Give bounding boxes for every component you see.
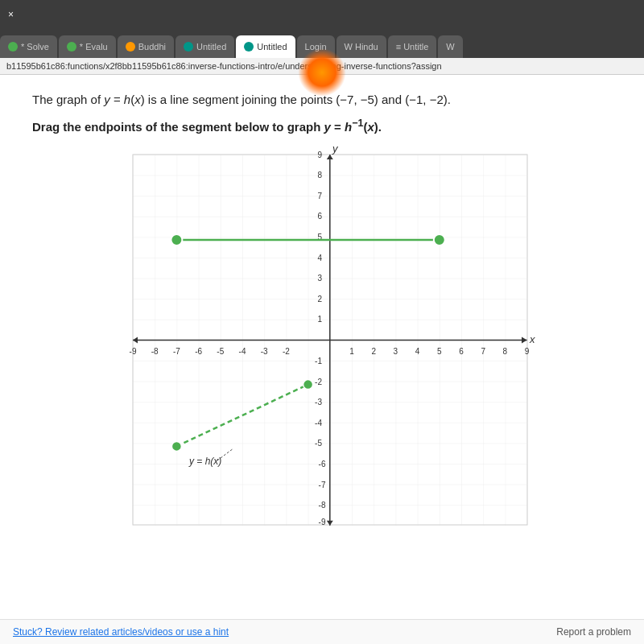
original-label: y = h(x) — [188, 456, 221, 467]
svg-text:3: 3 — [317, 274, 322, 283]
svg-text:-3: -3 — [261, 347, 268, 356]
graph-container: x y -9 -8 -7 -6 -5 -4 -3 -2 1 2 3 4 5 6 … — [109, 147, 543, 549]
tab-hindu[interactable]: W Hindu — [336, 35, 386, 58]
problem-description: The graph of y = h(x) is a line segment … — [32, 91, 620, 109]
svg-text:-6: -6 — [195, 347, 202, 356]
svg-text:2: 2 — [371, 347, 376, 356]
hint-text[interactable]: Stuck? Review related articles/videos or… — [13, 626, 229, 638]
tab-icon-buddhi — [126, 42, 135, 52]
svg-text:2: 2 — [317, 294, 322, 303]
tab-solve[interactable]: * Solve — [0, 35, 57, 58]
tab-icon-untitled2 — [244, 42, 254, 52]
svg-text:-2: -2 — [315, 377, 322, 386]
svg-text:7: 7 — [481, 347, 485, 356]
svg-text:-2: -2 — [283, 347, 290, 356]
svg-text:-5: -5 — [315, 439, 322, 448]
tab-icon-solve — [8, 42, 18, 52]
svg-text:8: 8 — [317, 171, 322, 180]
tab-evalu[interactable]: * Evalu — [59, 35, 116, 58]
tab-untitle[interactable]: ≡ Untitle — [388, 35, 437, 58]
svg-text:1: 1 — [349, 347, 354, 356]
right-endpoint[interactable] — [434, 234, 445, 246]
x-axis-label: x — [529, 333, 535, 345]
main-content: The graph of y = h(x) is a line segment … — [0, 75, 644, 565]
svg-text:-4: -4 — [239, 347, 246, 356]
orig-right-endpoint — [303, 379, 313, 389]
tab-untitled-2[interactable]: Untitled — [236, 35, 295, 58]
svg-text:-7: -7 — [319, 480, 326, 489]
svg-text:9: 9 — [317, 150, 322, 159]
svg-text:-8: -8 — [151, 347, 159, 356]
svg-text:4: 4 — [317, 253, 322, 262]
tab-w[interactable]: W — [438, 35, 462, 58]
svg-text:4: 4 — [415, 347, 420, 356]
tab-icon-evalu — [67, 42, 76, 52]
tab-bar: * Solve * Evalu Buddhi Untitled Untitled… — [0, 29, 644, 58]
address-bar[interactable]: b11595b61c86:functions/x2f8bb11595b61c86… — [0, 58, 644, 75]
problem-instruction: Drag the endpoints of the segment below … — [32, 118, 620, 134]
close-button[interactable]: × — [3, 9, 19, 20]
svg-text:-8: -8 — [319, 501, 326, 510]
svg-text:6: 6 — [317, 212, 322, 221]
bottom-bar: Stuck? Review related articles/videos or… — [0, 619, 644, 644]
svg-text:-9: -9 — [130, 347, 137, 356]
svg-text:9: 9 — [525, 347, 530, 356]
tab-untitled-1[interactable]: Untitled — [175, 35, 234, 58]
tab-login[interactable]: Login — [297, 35, 335, 58]
svg-text:-6: -6 — [319, 460, 326, 469]
svg-text:-9: -9 — [319, 518, 326, 526]
svg-text:-7: -7 — [173, 347, 180, 356]
svg-text:7: 7 — [317, 191, 322, 200]
svg-text:-4: -4 — [315, 418, 322, 427]
svg-text:6: 6 — [459, 347, 464, 356]
tab-icon-untitled1 — [184, 42, 193, 52]
left-endpoint[interactable] — [171, 234, 182, 246]
svg-text:-3: -3 — [315, 398, 322, 407]
svg-text:3: 3 — [394, 347, 398, 356]
svg-text:-1: -1 — [315, 357, 322, 365]
svg-text:1: 1 — [317, 315, 322, 324]
coordinate-graph[interactable]: x y -9 -8 -7 -6 -5 -4 -3 -2 1 2 3 4 5 6 … — [109, 147, 543, 549]
svg-text:-5: -5 — [217, 347, 224, 356]
browser-chrome: × — [0, 0, 644, 29]
svg-text:8: 8 — [503, 347, 508, 356]
report-text[interactable]: Report a problem — [556, 626, 631, 638]
tab-buddhi[interactable]: Buddhi — [118, 35, 174, 58]
svg-text:5: 5 — [437, 347, 442, 356]
orig-left-endpoint — [171, 441, 181, 451]
y-axis-label: y — [332, 147, 339, 155]
